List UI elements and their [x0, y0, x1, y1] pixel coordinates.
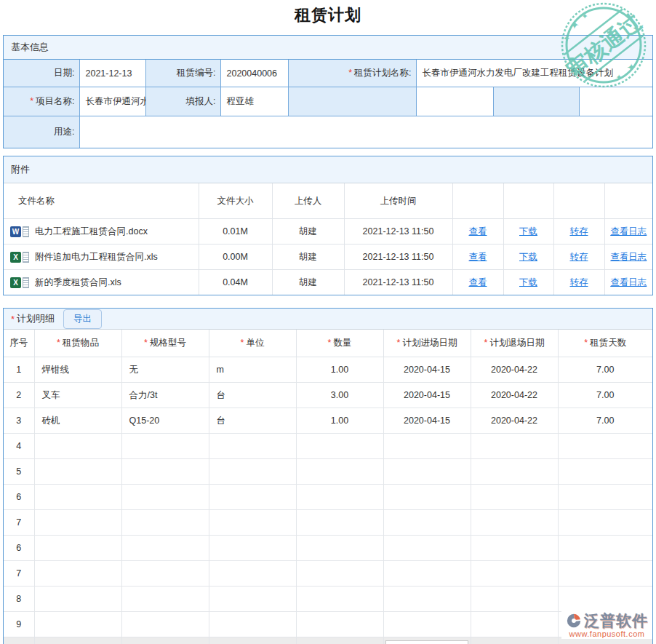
- date-cell-input[interactable]: [385, 640, 468, 644]
- empty-cell: [558, 510, 652, 536]
- purpose-value: [79, 116, 652, 148]
- empty-cell: [34, 587, 121, 612]
- empty-cell: [471, 637, 558, 644]
- empty-cell: [558, 536, 652, 561]
- entry-date-cell: [383, 637, 471, 644]
- rental-item-cell: 焊钳线: [34, 357, 121, 383]
- empty-cell: [471, 587, 558, 612]
- basic-info-row: *项目名称: 长春市伊通河水 填报人: 程亚雄: [4, 87, 652, 116]
- empty-cell: [209, 536, 296, 561]
- required-asterisk: *: [397, 338, 401, 348]
- plan-details-title: 计划明细: [17, 312, 55, 325]
- empty-cell: [209, 485, 296, 510]
- empty-cell: [296, 612, 383, 637]
- empty-cell: [209, 434, 296, 459]
- empty-cell: [471, 561, 558, 587]
- empty-cell: [34, 612, 121, 637]
- view-log-link[interactable]: 查看日志: [610, 252, 647, 262]
- empty-cell: [121, 587, 209, 612]
- empty-cell: [471, 485, 558, 510]
- empty-cell: [121, 485, 209, 510]
- uploader-cell: 胡建: [272, 245, 344, 270]
- file-icon-letter: W: [10, 226, 21, 237]
- basic-info-table: 日期: 2021-12-13 租赁编号: 2020040006 *租赁计划名称:…: [4, 60, 652, 148]
- view-link[interactable]: 查看: [469, 252, 487, 262]
- empty-cell: [296, 587, 383, 612]
- project-name-label-text: 项目名称:: [36, 96, 74, 106]
- col-spec-model: *规格型号: [121, 330, 209, 357]
- empty-cell: [296, 459, 383, 485]
- view-log-cell: 查看日志: [604, 245, 652, 270]
- plan-empty-row: 8: [4, 587, 652, 612]
- empty-cell: [296, 561, 383, 587]
- empty-cell: [209, 587, 296, 612]
- attachments-table: 文件名称 文件大小 上传人 上传时间 W电力工程施工租赁合同.docx 0.01…: [4, 183, 652, 295]
- empty-cell: [121, 434, 209, 459]
- empty-cell: [121, 510, 209, 536]
- rental-days-cell: 7.00: [558, 408, 652, 434]
- save-as-cell: 转存: [553, 270, 604, 295]
- empty-cell: [209, 510, 296, 536]
- empty-cell: [296, 637, 383, 644]
- save-as-link[interactable]: 转存: [570, 226, 588, 236]
- download-link[interactable]: 下载: [519, 226, 537, 236]
- upload-time-cell: 2021-12-13 11:50: [344, 245, 452, 270]
- plan-empty-row: 7: [4, 510, 652, 536]
- uploader-cell: 胡建: [272, 270, 344, 295]
- empty-cell: [558, 459, 652, 485]
- seq-no-cell: 1: [4, 357, 34, 383]
- exit-date-cell: 2020-04-22: [471, 383, 558, 408]
- save-as-link[interactable]: 转存: [570, 277, 588, 287]
- file-name-text: 附件追加电力工程租赁合同.xls: [35, 252, 158, 262]
- plan-empty-row: 4: [4, 434, 652, 459]
- empty-label-cell: [288, 87, 416, 116]
- empty-cell: [209, 459, 296, 485]
- excel-file-icon: X: [10, 277, 29, 288]
- col-empty: [553, 183, 604, 219]
- required-asterisk: *: [144, 338, 148, 348]
- download-link[interactable]: 下载: [519, 252, 537, 262]
- empty-cell: [121, 561, 209, 587]
- file-doc-lines-icon: [23, 226, 29, 237]
- basic-info-row: 用途:: [4, 116, 652, 148]
- col-planned-entry-date: *计划进场日期: [383, 330, 471, 357]
- col-rental-days: *租赁天数: [558, 330, 652, 357]
- empty-cell: [558, 485, 652, 510]
- view-link[interactable]: 查看: [469, 226, 487, 236]
- empty-cell: [383, 587, 471, 612]
- empty-value-cell: [416, 87, 493, 116]
- date-label: 日期:: [4, 60, 79, 87]
- empty-cell: [383, 536, 471, 561]
- view-cell: 查看: [452, 219, 503, 245]
- view-log-link[interactable]: 查看日志: [610, 277, 647, 287]
- plan-row: 1 焊钳线 无 m 1.00 2020-04-15 2020-04-22 7.0…: [4, 357, 652, 383]
- view-link[interactable]: 查看: [469, 277, 487, 287]
- empty-cell: [383, 434, 471, 459]
- download-link[interactable]: 下载: [519, 277, 537, 287]
- view-log-link[interactable]: 查看日志: [610, 226, 647, 236]
- project-name-value: 长春市伊通河水: [79, 87, 145, 116]
- excel-file-icon: X: [10, 252, 29, 263]
- brand-url: www.fanpusoft.com: [566, 629, 648, 638]
- unit-cell: m: [209, 357, 296, 383]
- empty-cell: [209, 561, 296, 587]
- download-cell: 下载: [503, 219, 553, 245]
- date-value: 2021-12-13: [79, 60, 145, 87]
- plan-details-section-header: * 计划明细 导出: [4, 309, 652, 330]
- empty-cell: [558, 434, 652, 459]
- empty-cell: [296, 510, 383, 536]
- empty-cell: [34, 561, 121, 587]
- seq-no-cell: 9: [4, 612, 34, 637]
- file-name-cell: X附件追加电力工程租赁合同.xls: [4, 245, 199, 270]
- attachment-row: X新的季度租赁合同.xls 0.04M 胡建 2021-12-13 11:50 …: [4, 270, 652, 295]
- quantity-cell: 1.00: [296, 357, 383, 383]
- empty-cell: [34, 434, 121, 459]
- rental-item-cell: 叉车: [34, 383, 121, 408]
- export-button[interactable]: 导出: [63, 309, 102, 329]
- save-as-link[interactable]: 转存: [570, 252, 588, 262]
- col-uploader: 上传人: [272, 183, 344, 219]
- seq-no-cell: 7: [4, 510, 34, 536]
- save-as-cell: 转存: [553, 219, 604, 245]
- file-name-cell: X新的季度租赁合同.xls: [4, 270, 199, 295]
- empty-cell: [209, 637, 296, 644]
